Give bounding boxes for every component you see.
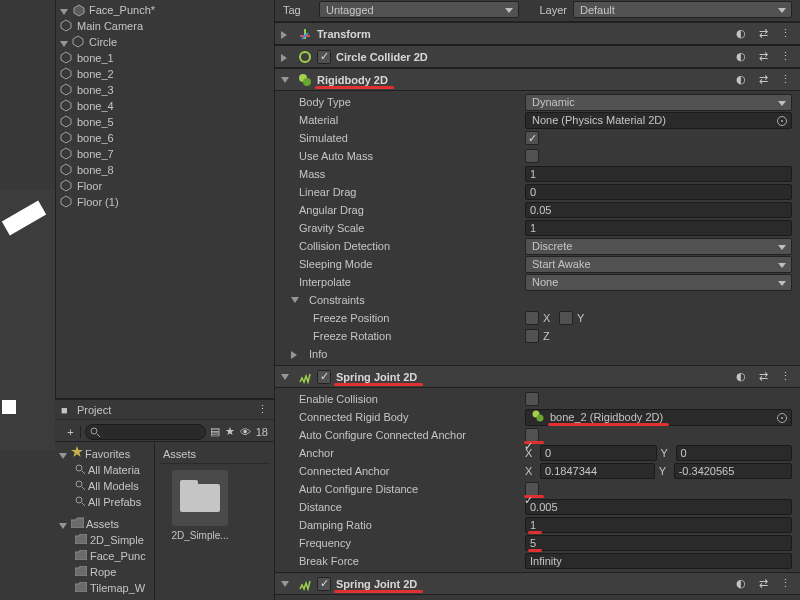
project-folder-item[interactable]: 2D_Simple [57,532,152,548]
foldout-icon[interactable] [281,75,291,85]
hierarchy-item-bone[interactable]: bone_5 [56,114,274,130]
project-search-input[interactable] [85,424,206,440]
visibility-icon[interactable]: 👁 [240,426,251,438]
preset-icon[interactable]: ⇄ [756,577,770,591]
damping-field[interactable]: 1 [525,517,792,533]
conn-anchor-y-field[interactable]: -0.3420565 [674,463,792,479]
kebab-menu-icon[interactable]: ⋮ [778,73,792,87]
hierarchy-item-bone[interactable]: bone_6 [56,130,274,146]
collision-detection-dropdown[interactable]: Discrete [525,238,792,255]
asset-tile[interactable]: 2D_Simple... [165,470,235,541]
hierarchy-scene-root[interactable]: Face_Punch* [56,2,274,18]
colDet-label: Collision Detection [283,240,521,252]
preset-icon[interactable]: ⇄ [756,50,770,64]
hierarchy-item-floor[interactable]: Floor (1) [56,194,274,210]
help-icon[interactable]: ◐ [734,73,748,87]
add-asset-button[interactable]: + [61,426,81,438]
auto-anchor-checkbox[interactable] [525,428,539,442]
freeze-z-checkbox[interactable] [525,329,539,343]
tag-dropdown[interactable]: Untagged [319,1,519,18]
hierarchy-item-circle[interactable]: Circle [56,34,274,50]
foldout-icon[interactable] [291,295,301,305]
constraints-foldout[interactable]: Constraints [275,291,800,309]
preset-icon[interactable]: ⇄ [756,370,770,384]
conn-anchor-x-field[interactable]: 0.1847344 [540,463,655,479]
favorite-search[interactable]: All Models [57,478,152,494]
foldout-icon[interactable] [60,5,70,15]
foldout-icon[interactable] [281,29,291,39]
project-breadcrumb[interactable]: Assets [159,446,270,464]
hierarchy-item-bone[interactable]: bone_4 [56,98,274,114]
gravity-field[interactable]: 1 [525,220,792,236]
interpolate-dropdown[interactable]: None [525,274,792,291]
component-header-spring-2[interactable]: Spring Joint 2D ◐ ⇄ ⋮ [275,573,800,595]
sleep-mode-dropdown[interactable]: Start Awake [525,256,792,273]
material-field[interactable]: None (Physics Material 2D) [525,112,792,129]
hierarchy-item-bone[interactable]: bone_2 [56,66,274,82]
favorites-folder[interactable]: Favorites [57,446,152,462]
auto-mass-checkbox[interactable] [525,149,539,163]
project-folder-item[interactable]: Rope [57,564,152,580]
kebab-menu-icon[interactable]: ⋮ [778,27,792,41]
connected-rigidbody-field[interactable]: bone_2 (Rigidbody 2D) [525,409,792,426]
kebab-menu-icon[interactable]: ⋮ [778,370,792,384]
object-picker-icon[interactable] [777,116,787,126]
kebab-menu-icon[interactable]: ⋮ [778,577,792,591]
filter-icon[interactable]: ▤ [210,425,220,438]
component-enable-checkbox[interactable] [317,370,331,384]
project-folder-item[interactable]: Tilemap_W [57,580,152,596]
preset-icon[interactable]: ⇄ [756,73,770,87]
anchor-y-field[interactable]: 0 [676,445,793,461]
foldout-icon[interactable] [281,372,291,382]
help-icon[interactable]: ◐ [734,577,748,591]
preset-icon[interactable]: ⇄ [756,27,770,41]
panel-menu-icon[interactable]: ⋮ [257,403,268,416]
mass-field[interactable]: 1 [525,166,792,182]
body-type-dropdown[interactable]: Dynamic [525,94,792,111]
freeze-y-checkbox[interactable] [559,311,573,325]
component-header-spring[interactable]: Spring Joint 2D ◐ ⇄ ⋮ [275,366,800,388]
component-header-rigidbody[interactable]: Rigidbody 2D ◐ ⇄ ⋮ [275,69,800,91]
foldout-icon[interactable] [281,52,291,62]
hierarchy-item-floor[interactable]: Floor [56,178,274,194]
hierarchy-item-bone[interactable]: bone_8 [56,162,274,178]
hierarchy-item-camera[interactable]: Main Camera [56,18,274,34]
hierarchy-item-bone[interactable]: bone_1 [56,50,274,66]
component-header-transform[interactable]: Transform ◐ ⇄ ⋮ [275,23,800,45]
favorite-search[interactable]: All Prefabs [57,494,152,510]
info-foldout[interactable]: Info [275,345,800,363]
kebab-menu-icon[interactable]: ⋮ [778,50,792,64]
distance-field[interactable]: 0.005 [525,499,792,515]
auto-distance-checkbox[interactable] [525,482,539,496]
component-enable-checkbox[interactable] [317,577,331,591]
simulated-checkbox[interactable] [525,131,539,145]
foldout-icon[interactable] [59,519,69,529]
help-icon[interactable]: ◐ [734,50,748,64]
break-force-field[interactable]: Infinity [525,553,792,569]
hierarchy-item-bone[interactable]: bone_3 [56,82,274,98]
assets-folder[interactable]: Assets [57,516,152,532]
svg-point-15 [91,428,97,434]
component-enable-checkbox[interactable] [317,50,331,64]
anchor-x-field[interactable]: 0 [540,445,657,461]
project-folder-item[interactable]: Face_Punc [57,548,152,564]
favorite-filter-icon[interactable]: ★ [225,425,235,438]
component-title: Transform [317,28,371,40]
hierarchy-item-bone[interactable]: bone_7 [56,146,274,162]
layer-dropdown[interactable]: Default [573,1,792,18]
enable-collision-checkbox[interactable] [525,392,539,406]
hierarchy-item-label: Floor [77,178,102,194]
help-icon[interactable]: ◐ [734,370,748,384]
freeze-x-checkbox[interactable] [525,311,539,325]
help-icon[interactable]: ◐ [734,27,748,41]
foldout-icon[interactable] [60,37,70,47]
foldout-icon[interactable] [291,349,301,359]
linear-drag-field[interactable]: 0 [525,184,792,200]
frequency-field[interactable]: 5 [525,535,792,551]
component-header-collider[interactable]: Circle Collider 2D ◐ ⇄ ⋮ [275,46,800,68]
foldout-icon[interactable] [281,579,291,589]
favorite-search[interactable]: All Materia [57,462,152,478]
object-picker-icon[interactable] [777,413,787,423]
foldout-icon[interactable] [59,449,69,459]
angular-drag-field[interactable]: 0.05 [525,202,792,218]
